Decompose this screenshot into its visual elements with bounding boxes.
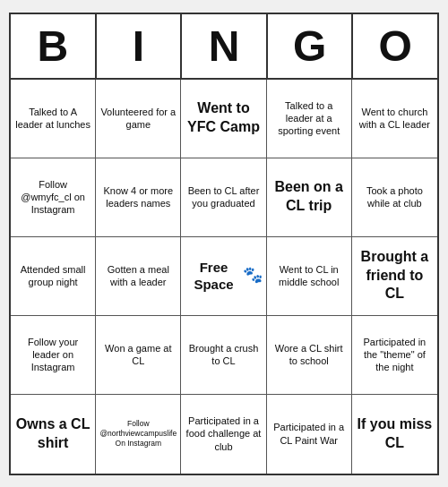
cell-text: Went to church with a CL leader [356, 106, 434, 132]
letter-b: B [11, 14, 97, 78]
bingo-cell[interactable]: Know 4 or more leaders names [96, 158, 181, 237]
bingo-cell[interactable]: Been to CL after you graduated [181, 158, 266, 237]
cell-text: Took a photo while at club [356, 184, 434, 210]
bingo-cell[interactable]: Participated in a food challenge at club [181, 395, 266, 474]
bingo-cell[interactable]: Volunteered for a game [96, 80, 181, 158]
bingo-cell[interactable]: Went to YFC Camp [181, 80, 266, 158]
cell-text: Went to CL in middle school [271, 263, 348, 289]
cell-text: Participated in the "theme" of the night [356, 336, 434, 374]
bingo-cell[interactable]: Free Space🐾 [181, 237, 266, 316]
bingo-cell[interactable]: Went to church with a CL leader [352, 80, 437, 158]
letter-g: G [268, 14, 354, 78]
bingo-cell[interactable]: Won a game at CL [96, 316, 181, 395]
bingo-cell[interactable]: Owns a CL shirt [11, 395, 96, 474]
bingo-cell[interactable]: Brought a crush to CL [181, 316, 266, 395]
bingo-cell[interactable]: Talked to A leader at lunches [11, 80, 96, 158]
cell-text: Participated in a food challenge at club [185, 414, 262, 453]
cell-text: Wore a CL shirt to school [271, 342, 348, 368]
bingo-cell[interactable]: Participated in the "theme" of the night [352, 316, 437, 395]
bingo-cell[interactable]: Follow @wmyfc_cl on Instagram [11, 158, 96, 237]
bingo-cell[interactable]: Took a photo while at club [352, 158, 437, 237]
bingo-cell[interactable]: Participated in a CL Paint War [267, 395, 352, 474]
cell-text: Won a game at CL [99, 342, 177, 368]
bingo-cell[interactable]: Follow your leader on Instagram [11, 316, 96, 395]
cell-text: Brought a friend to CL [356, 248, 434, 303]
letter-n: N [182, 14, 268, 78]
cell-text: Talked to A leader at lunches [14, 106, 91, 132]
bingo-cell[interactable]: Talked to a leader at a sporting event [267, 80, 352, 158]
letter-o: O [353, 14, 437, 78]
bingo-cell[interactable]: Went to CL in middle school [267, 237, 352, 316]
cell-text: Went to YFC Camp [185, 99, 262, 137]
letter-i: I [97, 14, 183, 78]
cell-text: Brought a crush to CL [185, 342, 262, 368]
cell-text: Gotten a meal with a leader [99, 263, 177, 289]
cell-text: Been to CL after you graduated [185, 184, 262, 210]
cell-text: Follow your leader on Instagram [14, 336, 91, 374]
cell-text: Owns a CL shirt [14, 415, 91, 453]
bingo-cell[interactable]: Wore a CL shirt to school [267, 316, 352, 395]
cell-text: Know 4 or more leaders names [99, 184, 177, 210]
bingo-grid: Talked to A leader at lunchesVolunteered… [11, 80, 437, 474]
bingo-cell[interactable]: Attended small group night [11, 237, 96, 316]
cell-text: Free Space [185, 259, 242, 294]
cell-text: Talked to a leader at a sporting event [271, 99, 348, 138]
paw-icon: 🐾 [243, 265, 263, 286]
bingo-cell[interactable]: Follow @northviewcampuslife On Instagram [96, 395, 181, 474]
bingo-cell[interactable]: If you miss CL [352, 395, 437, 474]
cell-text: Participated in a CL Paint War [271, 421, 348, 447]
cell-text: Been on a CL trip [271, 178, 348, 216]
cell-text: Volunteered for a game [99, 106, 177, 132]
bingo-cell[interactable]: Been on a CL trip [267, 158, 352, 237]
cell-text: Attended small group night [14, 263, 91, 289]
bingo-cell[interactable]: Gotten a meal with a leader [96, 237, 181, 316]
cell-text: Follow @wmyfc_cl on Instagram [14, 178, 91, 217]
bingo-cell[interactable]: Brought a friend to CL [352, 237, 437, 316]
cell-text: If you miss CL [356, 415, 434, 453]
bingo-header: B I N G O [11, 14, 437, 80]
bingo-card: B I N G O Talked to A leader at lunchesV… [9, 13, 439, 475]
cell-text: Follow @northviewcampuslife On Instagram [99, 419, 177, 449]
